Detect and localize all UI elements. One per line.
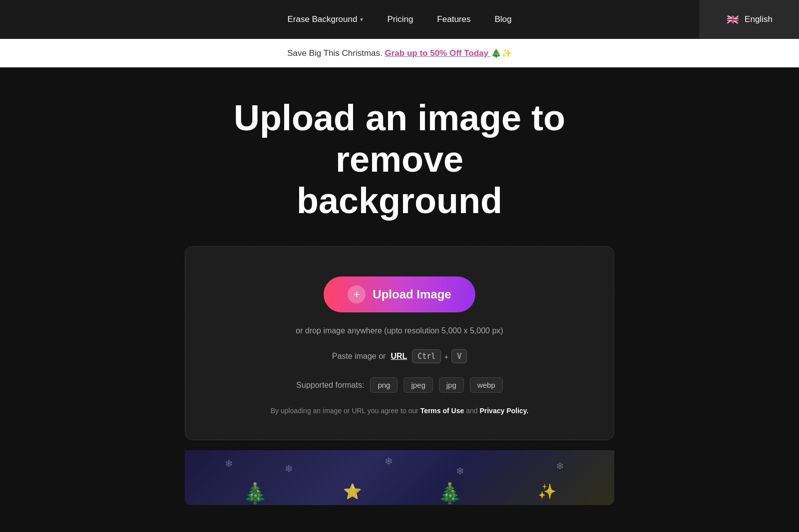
christmas-tree-icon: 🎄 bbox=[243, 482, 268, 505]
plus-symbol: + bbox=[444, 352, 448, 361]
url-link[interactable]: URL bbox=[391, 352, 407, 361]
nav-pricing-label: Pricing bbox=[387, 14, 413, 24]
formats-label: Supported formats: bbox=[296, 381, 364, 390]
format-png: png bbox=[370, 377, 398, 393]
drop-text: or drop image anywhere (upto resolution … bbox=[296, 326, 503, 335]
formats-row: Supported formats: png jpeg jpg webp bbox=[296, 377, 502, 393]
hero-title-line2: background bbox=[297, 181, 502, 221]
snowflake-icon-4: ❄ bbox=[456, 465, 464, 477]
nav-blog[interactable]: Blog bbox=[494, 14, 511, 24]
nav-erase-bg-label: Erase Background bbox=[288, 14, 358, 24]
and-text: and bbox=[466, 407, 477, 415]
banner-text: Save Big This Christmas. bbox=[287, 48, 383, 58]
language-label: English bbox=[745, 14, 773, 24]
language-selector[interactable]: 🇬🇧 English bbox=[699, 0, 799, 39]
banner-cta-text: Grab up to 50% Off Today bbox=[385, 48, 488, 58]
upload-btn-label: Upload Image bbox=[373, 287, 451, 301]
upload-image-button[interactable]: + Upload Image bbox=[324, 276, 475, 312]
main-content: Upload an image to remove background + U… bbox=[0, 67, 799, 525]
banner-cta-link[interactable]: Grab up to 50% Off Today bbox=[385, 48, 491, 58]
nav-center: Erase Background ▾ Pricing Features Blog bbox=[288, 14, 512, 24]
terms-text: By uploading an image or URL you agree t… bbox=[271, 407, 529, 415]
nav-features[interactable]: Features bbox=[437, 14, 470, 24]
sparkle-icon: ✨ bbox=[538, 483, 556, 500]
format-webp: webp bbox=[470, 377, 503, 393]
format-jpeg: jpeg bbox=[403, 377, 432, 393]
snowflake-icon-2: ❄ bbox=[285, 463, 293, 475]
navbar: Erase Background ▾ Pricing Features Blog… bbox=[0, 0, 799, 39]
terms-of-use-link[interactable]: Terms of Use bbox=[420, 407, 466, 415]
nav-pricing[interactable]: Pricing bbox=[387, 14, 413, 24]
banner-emojis: 🎄✨ bbox=[491, 48, 512, 58]
hero-title-line1: Upload an image to remove bbox=[234, 98, 565, 179]
promo-banner: Save Big This Christmas. Grab up to 50% … bbox=[0, 39, 799, 67]
terms-before-text: By uploading an image or URL you agree t… bbox=[271, 407, 418, 415]
nav-features-label: Features bbox=[437, 14, 470, 24]
star-icon: ⭐ bbox=[343, 483, 362, 500]
paste-row: Paste image or URL Ctrl + V bbox=[332, 349, 467, 363]
chevron-down-icon: ▾ bbox=[360, 16, 363, 23]
privacy-policy-link[interactable]: Privacy Policy. bbox=[479, 407, 528, 415]
hero-title: Upload an image to remove background bbox=[175, 97, 624, 221]
keyboard-shortcut: Ctrl + V bbox=[412, 349, 467, 363]
paste-label: Paste image or bbox=[332, 352, 386, 361]
christmas-tree-icon-2: 🎄 bbox=[437, 482, 462, 505]
ctrl-key: Ctrl bbox=[412, 349, 441, 363]
strip-decoration: 🎄 ⭐ 🎄 ✨ bbox=[185, 450, 614, 505]
snowflake-icon-5: ❄ bbox=[556, 460, 564, 472]
upload-card: + Upload Image or drop image anywhere (u… bbox=[185, 246, 614, 440]
nav-blog-label: Blog bbox=[494, 14, 511, 24]
flag-icon: 🇬🇧 bbox=[726, 14, 740, 24]
plus-icon: + bbox=[348, 285, 366, 303]
v-key: V bbox=[451, 349, 467, 363]
snowflake-icon-1: ❄ bbox=[225, 458, 233, 470]
bottom-decorative-strip: 🎄 ⭐ 🎄 ✨ ❄ ❄ ❄ ❄ ❄ bbox=[185, 450, 614, 505]
snowflake-icon-3: ❄ bbox=[385, 455, 393, 467]
format-jpg: jpg bbox=[439, 377, 464, 393]
nav-erase-background[interactable]: Erase Background ▾ bbox=[288, 14, 364, 24]
